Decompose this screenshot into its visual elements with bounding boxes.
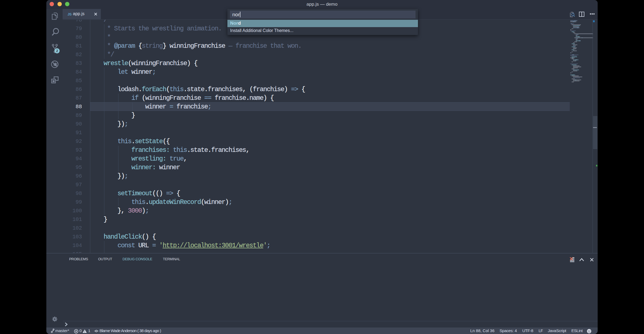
svg-text:2: 2 [56, 49, 58, 53]
